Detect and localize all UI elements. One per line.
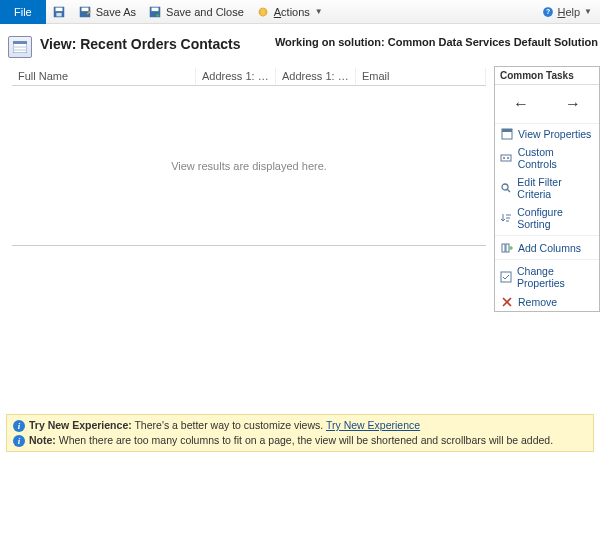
svg-rect-11	[13, 41, 27, 44]
info-icon: i	[13, 435, 25, 447]
solution-label: Working on solution: Common Data Service…	[275, 36, 600, 48]
grid-empty-text: View results are displayed here.	[171, 160, 327, 172]
svg-text:?: ?	[546, 8, 550, 15]
help-icon: ?	[542, 6, 554, 18]
filter-icon	[500, 182, 512, 195]
svg-rect-1	[55, 7, 62, 11]
try-new-experience-link[interactable]: Try New Experience	[326, 419, 420, 431]
tasks-title: Common Tasks	[495, 67, 599, 85]
info-icon: i	[13, 420, 25, 432]
svg-rect-15	[502, 129, 512, 132]
actions-icon	[256, 5, 270, 19]
properties-icon	[500, 127, 513, 140]
chevron-down-icon: ▼	[315, 7, 323, 16]
save-as-icon	[78, 5, 92, 19]
nav-forward-button[interactable]: →	[565, 95, 581, 113]
task-add-columns[interactable]: Add Columns	[495, 238, 599, 257]
grid-column-headers: Full Name Address 1: Latitu... Address 1…	[12, 66, 486, 86]
column-header[interactable]: Email	[356, 68, 486, 84]
nav-row: ← →	[495, 85, 599, 124]
nav-back-button[interactable]: ←	[513, 95, 529, 113]
svg-rect-16	[501, 155, 511, 161]
remove-icon	[500, 295, 513, 308]
file-tab[interactable]: File	[0, 0, 46, 24]
save-button[interactable]	[46, 0, 72, 24]
main-area: Full Name Address 1: Latitu... Address 1…	[0, 66, 600, 312]
info-line-try-new: i Try New Experience: There's a better w…	[13, 418, 587, 433]
save-and-close-button[interactable]: Save and Close	[142, 0, 250, 24]
svg-point-19	[502, 184, 508, 190]
grid-body: View results are displayed here.	[12, 86, 486, 246]
view-icon	[8, 36, 32, 58]
task-custom-controls[interactable]: Custom Controls	[495, 143, 599, 173]
svg-rect-2	[56, 12, 61, 16]
svg-line-20	[508, 190, 511, 193]
svg-rect-28	[501, 272, 511, 282]
view-header: View: Recent Orders Contacts Working on …	[0, 24, 600, 66]
task-change-properties[interactable]: Change Properties	[495, 262, 599, 292]
svg-rect-6	[152, 7, 159, 11]
task-view-properties[interactable]: View Properties	[495, 124, 599, 143]
common-tasks-panel: Common Tasks ← → View Properties Custom …	[494, 66, 600, 312]
sort-icon	[500, 212, 512, 225]
task-configure-sorting[interactable]: Configure Sorting	[495, 203, 599, 233]
info-line-note: i Note: When there are too many columns …	[13, 433, 587, 448]
svg-point-18	[507, 157, 509, 159]
save-as-button[interactable]: Save As	[72, 0, 142, 24]
chevron-down-icon: ▼	[584, 7, 592, 16]
info-bar: i Try New Experience: There's a better w…	[6, 414, 594, 452]
actions-menu[interactable]: Actions ▼	[250, 0, 329, 24]
svg-rect-4	[81, 7, 88, 11]
save-close-icon	[148, 5, 162, 19]
controls-icon	[500, 152, 513, 165]
task-remove[interactable]: Remove	[495, 292, 599, 311]
add-columns-icon	[500, 241, 513, 254]
column-header[interactable]: Full Name	[12, 68, 196, 84]
view-title: View: Recent Orders Contacts	[40, 36, 240, 52]
top-toolbar: File Save As Save and Close Actions ▼ ? …	[0, 0, 600, 24]
task-edit-filter[interactable]: Edit Filter Criteria	[495, 173, 599, 203]
save-as-label: Save As	[96, 6, 136, 18]
save-close-label: Save and Close	[166, 6, 244, 18]
help-link[interactable]: ? Help ▼	[534, 6, 600, 18]
grid-panel: Full Name Address 1: Latitu... Address 1…	[12, 66, 486, 312]
svg-rect-24	[502, 244, 505, 252]
save-icon	[52, 5, 66, 19]
change-properties-icon	[500, 271, 512, 284]
column-header[interactable]: Address 1: Longi...	[276, 68, 356, 84]
svg-point-17	[503, 157, 505, 159]
svg-rect-25	[506, 244, 509, 252]
actions-label: ctions	[281, 6, 310, 18]
column-header[interactable]: Address 1: Latitu...	[196, 68, 276, 84]
